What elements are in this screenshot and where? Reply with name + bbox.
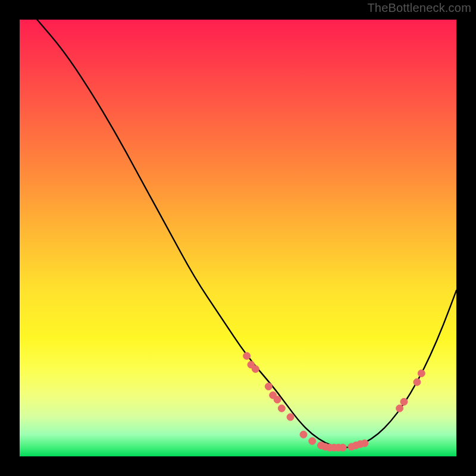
plot-area xyxy=(20,20,456,456)
curve-marker xyxy=(252,365,259,372)
chart-frame: TheBottleneck.com xyxy=(0,0,476,476)
curve-marker xyxy=(274,396,281,403)
curve-markers xyxy=(243,352,425,451)
curve-marker xyxy=(287,414,294,421)
curve-marker xyxy=(400,398,408,405)
curve-marker xyxy=(339,444,346,451)
curve-marker xyxy=(418,370,425,377)
curve-marker xyxy=(414,378,421,386)
curve-svg xyxy=(20,20,456,456)
bottleneck-curve xyxy=(37,20,456,447)
curve-marker xyxy=(300,431,307,438)
curve-marker xyxy=(265,383,272,390)
curve-marker xyxy=(278,405,285,412)
watermark-text: TheBottleneck.com xyxy=(367,1,471,15)
curve-marker xyxy=(361,440,368,447)
curve-marker xyxy=(243,352,250,359)
curve-marker xyxy=(396,405,403,412)
curve-marker xyxy=(309,437,316,444)
